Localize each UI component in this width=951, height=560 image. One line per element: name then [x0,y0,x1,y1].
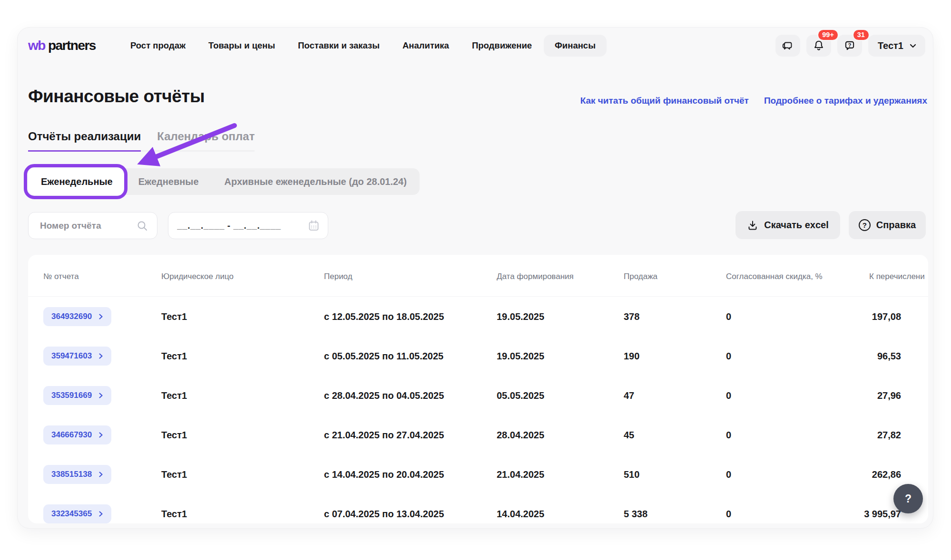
sales-value: 510 [624,469,639,480]
legal-entity-value: Тест1 [161,311,187,322]
chevron-right-icon [98,313,104,320]
nav-item-finances[interactable]: Финансы [544,35,607,57]
nav-item-promotion[interactable]: Продвижение [461,35,543,57]
calendar-icon [307,219,320,232]
help-bubble-icon: ? [843,39,856,52]
report-number-label: 364932690 [51,312,92,321]
report-number-label: 338515138 [51,470,92,479]
period-value: с 21.04.2025 по 27.04.2025 [324,429,444,440]
created-date-value: 14.04.2025 [497,508,544,519]
table-body: 364932690 Тест1 с 12.05.2025 по 18.05.20… [28,297,928,523]
account-name: Тест1 [878,40,903,51]
col-created-date: Дата формирования [497,272,574,281]
reference-button[interactable]: ? Справка [849,211,926,239]
nav-item-sales-growth[interactable]: Рост продаж [119,35,196,57]
created-date-value: 19.05.2025 [497,350,544,361]
to-transfer-value: 262,86 [872,469,901,480]
legal-entity-value: Тест1 [161,469,187,480]
table-row: 364932690 Тест1 с 12.05.2025 по 18.05.20… [28,297,928,336]
col-to-transfer: К перечислени [869,272,925,281]
chevron-right-icon [98,432,104,438]
notifications-badge: 99+ [818,30,838,40]
to-transfer-value: 27,96 [877,390,901,401]
nav-item-supplies-orders[interactable]: Поставки и заказы [287,35,391,57]
legal-entity-value: Тест1 [161,429,187,440]
legal-entity-value: Тест1 [161,508,187,519]
discount-value: 0 [726,390,731,401]
download-icon [747,220,758,231]
created-date-value: 21.04.2025 [497,469,544,480]
support-badge: 31 [853,30,869,40]
support-button[interactable]: ? 31 [837,35,862,57]
col-sales: Продажа [624,272,657,281]
period-value: с 07.04.2025 по 13.04.2025 [324,508,444,519]
period-value: с 12.05.2025 по 18.05.2025 [324,311,444,322]
report-number-label: 353591669 [51,391,92,400]
chevron-right-icon [98,471,104,478]
report-number-button[interactable]: 332345365 [43,504,111,523]
chevron-down-icon [908,41,918,50]
tab-payment-calendar[interactable]: Календарь оплат [157,130,255,150]
chevron-right-icon [98,392,104,399]
col-legal-entity: Юридическое лицо [161,272,234,281]
page-title: Финансовые отчёты [28,87,205,106]
wb-partners-logo: wbpartners [28,38,96,53]
chevron-right-icon [98,353,104,359]
to-transfer-value: 27,82 [877,429,901,440]
floating-help-button[interactable]: ? [893,484,923,513]
logo-partners: partners [48,38,96,53]
date-range-picker[interactable] [168,212,328,239]
col-period: Период [324,272,353,281]
report-number-label: 359471603 [51,351,92,361]
nav-item-goods-prices[interactable]: Товары и цены [197,35,286,57]
period-value: с 14.04.2025 по 20.04.2025 [324,469,444,480]
table-row: 353591669 Тест1 с 28.04.2025 по 04.05.20… [28,376,928,415]
subtab-daily[interactable]: Ежедневные [126,168,212,195]
search-icon [136,220,148,232]
discount-value: 0 [726,350,731,361]
chat-icon [782,39,794,52]
report-number-label: 332345365 [51,509,92,519]
report-number-button[interactable]: 359471603 [43,347,111,366]
topbar-right-cluster: 99+ ? 31 Тест1 [775,35,925,57]
subtab-archive-weekly[interactable]: Архивные еженедельные (до 28.01.24) [212,168,420,195]
discount-value: 0 [726,508,731,519]
legal-entity-value: Тест1 [161,350,187,361]
svg-text:?: ? [848,42,851,48]
period-value: с 05.05.2025 по 11.05.2025 [324,350,443,361]
account-menu-button[interactable]: Тест1 [868,35,925,57]
report-number-label: 346667930 [51,430,92,440]
created-date-value: 19.05.2025 [497,311,544,322]
report-number-button[interactable]: 338515138 [43,465,111,484]
link-tariffs-deductions[interactable]: Подробнее о тарифах и удержаниях [764,96,927,106]
top-navigation-bar: wbpartners Рост продаж Товары и цены Пос… [18,28,933,64]
legal-entity-value: Тест1 [161,390,187,401]
download-excel-button[interactable]: Скачать excel [735,211,840,239]
discount-value: 0 [726,311,731,322]
bell-icon [813,39,825,52]
sales-value: 190 [624,350,639,361]
header-links: Как читать общий финансовый отчёт Подроб… [580,96,927,106]
sales-value: 47 [624,390,634,401]
report-number-button[interactable]: 353591669 [43,386,111,405]
report-number-button[interactable]: 346667930 [43,425,111,444]
subtab-weekly[interactable]: Еженедельные [28,168,126,195]
nav-item-analytics[interactable]: Аналитика [392,35,460,57]
sales-value: 378 [624,311,639,322]
table-row: 359471603 Тест1 с 05.05.2025 по 11.05.20… [28,336,928,376]
download-excel-label: Скачать excel [764,220,829,231]
tab-realization-reports[interactable]: Отчёты реализации [28,130,141,152]
table-header: № отчета Юридическое лицо Период Дата фо… [28,255,928,297]
sales-value: 45 [624,429,634,440]
table-row: 338515138 Тест1 с 14.04.2025 по 20.04.20… [28,454,928,494]
chat-button[interactable] [775,35,800,57]
date-range-input[interactable] [177,221,307,231]
link-how-to-read-report[interactable]: Как читать общий финансовый отчёт [580,96,749,106]
notifications-button[interactable]: 99+ [806,35,831,57]
report-number-search[interactable] [28,212,157,239]
report-number-input[interactable] [40,221,136,231]
discount-value: 0 [726,429,731,440]
report-number-button[interactable]: 364932690 [43,307,111,326]
to-transfer-value: 3 995,97 [864,508,901,519]
to-transfer-value: 197,08 [872,311,901,322]
